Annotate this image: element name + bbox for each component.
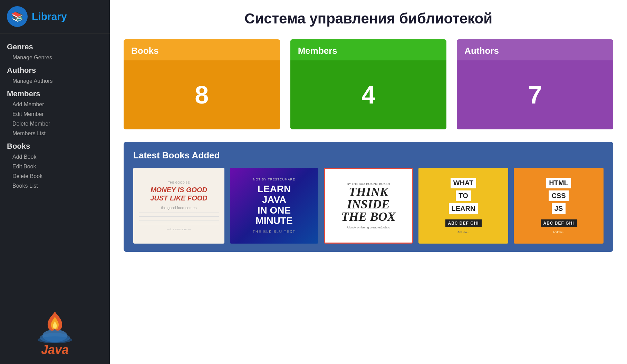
book-money-title: MONEY IS GOODJUST LIKE FOOD bbox=[150, 186, 208, 202]
sidebar-item-manage-authors[interactable]: Manage Authors bbox=[0, 76, 110, 86]
latest-books-section: Latest Books Added THE GOOD BE MONEY IS … bbox=[124, 142, 613, 252]
sidebar-item-edit-book[interactable]: Edit Book bbox=[0, 162, 110, 171]
book-java-by: NOT BY TRESTCUMARE bbox=[253, 178, 295, 181]
sidebar-logo: 📚 Library bbox=[0, 0, 110, 33]
sidebar-item-delete-member[interactable]: Delete Member bbox=[0, 119, 110, 129]
stat-card-authors-count: 7 bbox=[457, 60, 613, 129]
book-what-word2: TO bbox=[456, 190, 471, 201]
sidebar-item-members-list[interactable]: Members List bbox=[0, 129, 110, 138]
book-java-sub: THE BLK BLU TEXT bbox=[253, 230, 296, 234]
sidebar-item-manage-genres[interactable]: Manage Genres bbox=[0, 53, 110, 62]
books-row: THE GOOD BE MONEY IS GOODJUST LIKE FOOD … bbox=[133, 168, 604, 244]
book-money-footer: — k.s.somesone — bbox=[167, 228, 191, 231]
book-what-word3: LEARN bbox=[449, 203, 478, 214]
logo-text: Library bbox=[32, 11, 67, 22]
book-html-word3: JS bbox=[552, 203, 566, 214]
sidebar-item-edit-member[interactable]: Edit Member bbox=[0, 109, 110, 119]
stat-card-members-label: Members bbox=[290, 39, 447, 60]
svg-point-2 bbox=[38, 336, 72, 343]
book-money-sub: the good food comes bbox=[161, 206, 197, 210]
sidebar-item-add-book[interactable]: Add Book bbox=[0, 152, 110, 162]
sidebar-item-books-list[interactable]: Books List bbox=[0, 181, 110, 191]
book-cover-money[interactable]: THE GOOD BE MONEY IS GOODJUST LIKE FOOD … bbox=[133, 168, 224, 244]
stat-card-members[interactable]: Members 4 bbox=[290, 39, 447, 129]
book-cover-what[interactable]: WHAT TO LEARN ABC DEF GHI Andrew... bbox=[418, 168, 508, 244]
book-what-word1: WHAT bbox=[451, 178, 476, 188]
sidebar-item-add-member[interactable]: Add Member bbox=[0, 100, 110, 109]
sidebar: 📚 Library Genres Manage Genres Authors M… bbox=[0, 0, 110, 364]
sidebar-section-genres[interactable]: Genres bbox=[0, 39, 110, 53]
book-cover-html[interactable]: HTML CSS JS ABC DEF GHI Andrew... bbox=[514, 168, 604, 244]
stats-row: Books 8 Members 4 Authors 7 bbox=[124, 39, 613, 129]
sidebar-section-authors[interactable]: Authors bbox=[0, 62, 110, 76]
java-brand-text: Java bbox=[41, 343, 69, 357]
sidebar-nav: Genres Manage Genres Authors Manage Auth… bbox=[0, 33, 110, 298]
book-html-badge: ABC DEF GHI bbox=[541, 219, 577, 227]
book-html-word2: CSS bbox=[549, 190, 568, 201]
book-cover-java[interactable]: NOT BY TRESTCUMARE LEARNJAVAIN ONEMINUTE… bbox=[230, 168, 318, 244]
stat-card-authors-label: Authors bbox=[457, 39, 613, 60]
book-what-badge: ABC DEF GHI bbox=[445, 219, 482, 227]
book-think-title: THINKINSIDETHE BOX bbox=[341, 186, 395, 223]
stat-card-books[interactable]: Books 8 bbox=[124, 39, 280, 129]
main-content: Система управления библиотекой Books 8 M… bbox=[110, 0, 627, 364]
java-flame-icon bbox=[34, 305, 76, 346]
sidebar-item-delete-book[interactable]: Delete Book bbox=[0, 171, 110, 181]
java-logo-section: Java bbox=[0, 298, 110, 364]
stat-card-books-label: Books bbox=[124, 39, 280, 60]
book-html-author: Andrew... bbox=[553, 230, 564, 234]
book-think-sub: A book on being creative/potato bbox=[347, 226, 390, 229]
stat-card-authors[interactable]: Authors 7 bbox=[457, 39, 613, 129]
stat-card-books-count: 8 bbox=[124, 60, 280, 129]
book-cover-think[interactable]: BY THE BOX BOXING BOXER THINKINSIDETHE B… bbox=[324, 168, 413, 244]
book-what-author: Andrew... bbox=[457, 230, 469, 234]
sidebar-section-books[interactable]: Books bbox=[0, 138, 110, 152]
book-html-word1: HTML bbox=[546, 178, 571, 188]
sidebar-section-members[interactable]: Members bbox=[0, 86, 110, 100]
book-money-lines bbox=[139, 213, 219, 228]
library-icon: 📚 bbox=[7, 6, 28, 27]
stat-card-members-count: 4 bbox=[290, 60, 447, 129]
latest-books-title: Latest Books Added bbox=[133, 150, 604, 161]
page-title: Система управления библиотекой bbox=[124, 10, 613, 27]
book-java-title: LEARNJAVAIN ONEMINUTE bbox=[255, 184, 292, 226]
book-money-toptext: THE GOOD BE bbox=[168, 181, 190, 184]
